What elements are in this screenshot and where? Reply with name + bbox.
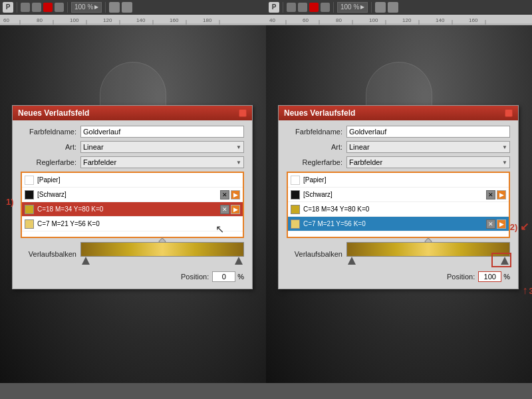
svg-text:100: 100 (70, 17, 79, 23)
reglerfarbe-select-left[interactable]: Farbfelder ▼ (80, 156, 244, 168)
swatch-icon-x-schwarz-right[interactable]: ✕ (486, 190, 495, 200)
tool-icon-r2[interactable] (298, 3, 307, 12)
zoom-value-right: 100 % (340, 3, 359, 11)
dialog-titlebar-left: Neues Verlaufsfeld (13, 106, 252, 120)
dialog-btns-left (239, 109, 247, 117)
swatch-color-c7-right (291, 219, 300, 229)
zoom-dropdown-right[interactable]: 100 % ▶ (337, 2, 368, 13)
svg-text:160: 160 (469, 17, 478, 23)
swatch-c7-left[interactable]: C=7 M=21 Y=56 K=0 (22, 217, 243, 231)
swatch-icon-arr-schwarz-right[interactable]: ▶ (497, 190, 506, 200)
annotation-3-label: 3) (529, 286, 532, 296)
tool-icon-4[interactable] (55, 3, 64, 12)
swatch-icon-x-schwarz-left[interactable]: ✕ (220, 190, 229, 200)
nav-icon-r2[interactable] (388, 2, 398, 13)
swatch-schwarz-left[interactable]: [Schwarz] ✕ ▶ (22, 188, 243, 202)
swatch-label-c7-right: C=7 M=21 Y=56 K=0 (303, 220, 366, 227)
verlauf-handle-l-right[interactable] (348, 257, 356, 265)
verlauf-section-right: Verlaufsbalken (287, 242, 510, 266)
svg-text:80: 80 (37, 17, 43, 23)
verlauf-row-left: Verlaufsbalken (21, 242, 244, 266)
annotation-1-label: 1) (6, 197, 14, 207)
swatch-icon-arr-c18-left[interactable]: ▶ (231, 205, 240, 214)
reglerfarbe-label-right: Reglerfarbe: (287, 158, 346, 166)
verlauf-handle-r-left[interactable] (235, 257, 243, 265)
reglerfarbe-arrow-right: ▼ (502, 160, 507, 166)
tool-icon-1[interactable] (21, 3, 30, 12)
verlauf-bar-left[interactable] (80, 242, 244, 257)
ruler-right: 40 60 80 100 120 140 160 (266, 15, 532, 25)
swatch-papier-left[interactable]: [Papier] (22, 173, 243, 188)
nav-icon-1[interactable] (109, 2, 120, 13)
swatch-schwarz-right[interactable]: [Schwarz] ✕ ▶ (288, 188, 509, 202)
svg-text:60: 60 (3, 17, 9, 23)
dialog-close-left[interactable] (239, 109, 247, 117)
swatch-c18-left[interactable]: C=18 M=34 Y=80 K=0 ✕ ▶ (22, 202, 243, 217)
ruler-left-svg: 60 80 100 120 140 160 180 (0, 15, 266, 25)
nav-icon-r1[interactable] (375, 2, 386, 13)
zoom-arrow-left: ▶ (94, 4, 98, 10)
svg-text:120: 120 (402, 17, 412, 23)
swatch-label-c18-left: C=18 M=34 Y=80 K=0 (37, 205, 103, 213)
annotation-3-wrapper: ↑ 3) (522, 285, 532, 297)
zoom-value-left: 100 % (74, 3, 93, 11)
zoom-arrow-right: ▶ (360, 4, 364, 10)
reglerfarbe-arrow-left: ▼ (236, 160, 241, 166)
position-pct-left: % (237, 273, 244, 281)
swatch-icon-arr-c7-right[interactable]: ▶ (497, 219, 506, 229)
position-row-left: Position: % (21, 271, 244, 282)
art-select-right[interactable]: Linear ▼ (346, 141, 510, 153)
zoom-dropdown-left[interactable]: 100 % ▶ (71, 2, 102, 13)
tool-icon-3[interactable] (43, 3, 53, 12)
dialog-body-right: Farbfeldname: Art: Linear ▼ Reglerfarbe:… (279, 120, 518, 289)
canvas-right: Neues Verlaufsfeld Farbfeldname: Art: Li… (266, 25, 532, 383)
swatch-c7-right[interactable]: C=7 M=21 Y=56 K=0 ✕ ▶ (288, 217, 509, 231)
art-value-right: Linear (349, 143, 370, 151)
reglerfarbe-select-right[interactable]: Farbfelder ▼ (346, 156, 510, 168)
swatch-icon-x-c7-right[interactable]: ✕ (486, 219, 495, 229)
verlauf-label-left: Verlaufsbalken (21, 250, 80, 258)
tool-icon-r1[interactable] (287, 3, 296, 12)
art-value-left: Linear (83, 143, 104, 151)
swatch-icon-x-c18-left[interactable]: ✕ (220, 205, 229, 214)
annotation-2-arrow: ↙ (520, 221, 529, 232)
swatch-icons-schwarz-left: ✕ ▶ (220, 190, 240, 200)
art-label-right: Art: (287, 143, 346, 151)
art-row-right: Art: Linear ▼ (287, 141, 510, 153)
farbfeldname-label-left: Farbfeldname: (21, 128, 80, 136)
position-input-left[interactable] (212, 271, 235, 282)
position-input-right[interactable] (478, 271, 501, 282)
farbfeldname-input-left[interactable] (80, 126, 244, 138)
art-arrow-right: ▼ (502, 144, 507, 150)
tool-icon-r3[interactable] (309, 3, 319, 12)
swatch-c18-right[interactable]: C=18 M=34 Y=80 K=0 (288, 202, 509, 217)
main-area: Neues Verlaufsfeld Farbfeldname: Art: Li… (0, 25, 532, 383)
verlauf-handle-r-right[interactable] (501, 257, 509, 265)
swatch-color-c18-right (291, 205, 300, 214)
swatch-icon-arr-schwarz-left[interactable]: ▶ (231, 190, 240, 200)
annotation-2-label: 2) ↙ (510, 220, 529, 233)
sep5 (333, 2, 334, 13)
swatch-label-schwarz-right: [Schwarz] (303, 191, 332, 198)
verlauf-handle-l-left[interactable] (82, 257, 90, 265)
nav-icon-2[interactable] (122, 2, 132, 13)
swatch-color-schwarz-left (25, 190, 34, 200)
art-select-left[interactable]: Linear ▼ (80, 141, 244, 153)
svg-text:120: 120 (103, 17, 112, 23)
swatch-papier-right[interactable]: [Papier] (288, 173, 509, 188)
svg-text:160: 160 (170, 17, 179, 23)
tool-icon-2[interactable] (32, 3, 41, 12)
verlauf-bar-wrapper-left (80, 242, 244, 266)
reglerfarbe-value-right: Farbfelder (349, 158, 382, 166)
farbfeldname-row-left: Farbfeldname: (21, 126, 244, 138)
verlauf-bar-right[interactable] (346, 242, 510, 257)
swatch-color-papier-left (25, 176, 34, 185)
tool-icon-r4[interactable] (321, 3, 330, 12)
sep6 (371, 2, 372, 13)
swatch-list-left: [Papier] [Schwarz] ✕ ▶ (21, 172, 244, 238)
farbfeldname-input-right[interactable] (346, 126, 510, 138)
toolbar-right: P 100 % ▶ (266, 0, 532, 14)
dialog-close-right[interactable] (505, 109, 513, 117)
swatch-list-right: [Papier] [Schwarz] ✕ ▶ (287, 172, 510, 238)
svg-text:40: 40 (269, 17, 275, 23)
